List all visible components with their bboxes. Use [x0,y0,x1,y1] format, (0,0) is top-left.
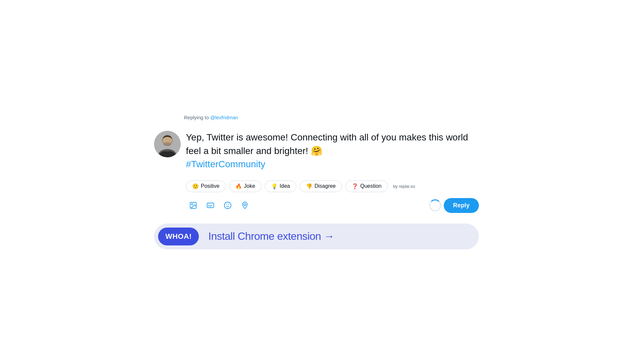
disagree-emoji: 👎 [306,183,313,189]
svg-point-4 [163,142,171,146]
tag-positive[interactable]: 🙂 Positive [186,181,226,192]
tag-joke[interactable]: 🔥 Joke [229,181,261,192]
by-replai-label: by replai.so [393,184,415,189]
positive-label: Positive [201,183,219,189]
tweet-hashtag[interactable]: #TwitterCommunity [186,159,265,169]
toolbar: GIF [186,198,479,213]
arrow-icon: → [324,230,334,242]
svg-point-6 [192,204,193,205]
idea-emoji: 💡 [271,183,278,189]
positive-emoji: 🙂 [192,183,199,189]
main-container: Replying to @lexfridman [154,108,479,256]
chrome-extension-text: Install Chrome extension → [199,230,475,242]
disagree-label: Disagree [315,183,336,189]
tweet-content: Yep, Twitter is awesome! Connecting with… [186,131,479,213]
tweet-text-main: Yep, Twitter is awesome! Connecting with… [186,132,468,156]
joke-label: Joke [244,183,255,189]
tag-idea[interactable]: 💡 Idea [265,181,296,192]
question-emoji: ❓ [352,183,358,189]
question-label: Question [360,183,381,189]
tag-disagree[interactable]: 👎 Disagree [300,181,342,192]
idea-label: Idea [280,183,290,189]
location-icon-button[interactable] [238,198,252,213]
tweet-area: Yep, Twitter is awesome! Connecting with… [154,131,479,213]
tag-question[interactable]: ❓ Question [345,181,388,192]
svg-point-9 [224,202,231,209]
reply-button[interactable]: Reply [444,198,479,213]
replying-to-section: Replying to @lexfridman [154,115,479,120]
replying-to-label: Replying to [184,115,209,120]
chrome-extension-banner[interactable]: WHOA! Install Chrome extension → [154,224,479,249]
avatar [154,131,181,157]
image-icon-button[interactable] [186,198,201,213]
whoa-badge: WHOA! [158,228,199,245]
loading-spinner [429,199,441,211]
chrome-install-text: Install Chrome extension [208,230,321,242]
avatar-image [154,131,181,157]
joke-emoji: 🔥 [235,183,242,189]
emoji-icon-button[interactable] [220,198,235,213]
tweet-text: Yep, Twitter is awesome! Connecting with… [186,131,479,171]
svg-text:GIF: GIF [208,204,212,207]
svg-point-12 [244,204,246,206]
gif-icon-button[interactable]: GIF [203,198,218,213]
replying-to-username[interactable]: @lexfridman [210,115,238,120]
reaction-tags: 🙂 Positive 🔥 Joke 💡 Idea 👎 Disagree ❓ [186,181,479,192]
